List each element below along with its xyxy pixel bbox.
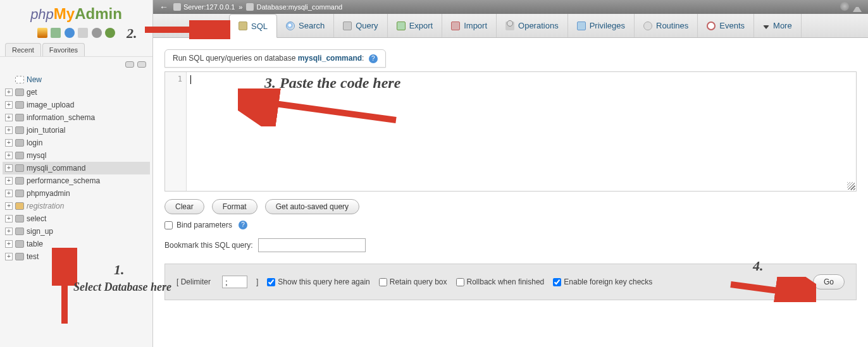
sql-content: Run SQL query/queries on database mysqli…	[153, 38, 868, 312]
format-button[interactable]: Format	[212, 199, 257, 214]
sidebar: phpMyAdmin Recent Favorites New +get +im…	[0, 0, 153, 347]
help-icon[interactable]: ?	[239, 221, 247, 229]
rollback-checkbox[interactable]	[456, 278, 464, 286]
tree-db-image_upload[interactable]: +image_upload	[3, 99, 150, 111]
database-icon	[15, 139, 24, 147]
link-icon[interactable]	[137, 61, 146, 68]
expand-icon[interactable]: +	[5, 253, 13, 260]
events-icon	[707, 21, 716, 30]
export-icon	[397, 21, 406, 30]
rollback-option[interactable]: Rollback when finished	[456, 277, 545, 286]
tree-db-login[interactable]: +login	[3, 137, 150, 149]
reload-icon[interactable]	[105, 28, 115, 38]
bind-parameters-checkbox[interactable]	[164, 221, 173, 229]
sql-editor[interactable]: 1	[164, 71, 857, 192]
tab-favorites[interactable]: Favorites	[42, 43, 85, 56]
navi-settings-icon[interactable]	[78, 28, 88, 38]
logo-my: My	[54, 5, 75, 22]
sql-header-db: mysqli_command	[298, 54, 362, 63]
editor-buttons: Clear Format Get auto-saved query	[164, 199, 857, 214]
breadcrumb-server-value[interactable]: 127.0.0.1	[206, 3, 235, 11]
expand-icon[interactable]: +	[5, 101, 13, 109]
tree-collapse-controls	[0, 57, 152, 73]
show-again-option[interactable]: Show this query here again	[267, 277, 369, 286]
retain-checkbox[interactable]	[379, 278, 387, 286]
show-again-checkbox[interactable]	[267, 278, 275, 286]
editor-textarea[interactable]	[187, 72, 856, 191]
tree-db-table[interactable]: +table	[3, 238, 150, 250]
tree-db-mysqli_command[interactable]: +mysqli_command	[3, 162, 150, 174]
collapse-top-icon[interactable]	[853, 3, 862, 12]
tree-db-registration[interactable]: +registration	[3, 200, 150, 212]
expand-icon[interactable]: +	[5, 228, 13, 235]
tree-db-test[interactable]: +test	[3, 250, 150, 263]
bookmark-row: Bookmark this SQL query:	[164, 238, 857, 252]
editor-gutter: 1	[165, 72, 187, 191]
database-icon	[15, 177, 24, 185]
expand-icon[interactable]: +	[5, 114, 13, 121]
autosaved-button[interactable]: Get auto-saved query	[265, 199, 359, 214]
breadcrumb-db-value[interactable]: mysqli_command	[288, 3, 343, 11]
tree-db-sign_up[interactable]: +sign_up	[3, 225, 150, 238]
tree-db-select[interactable]: +select	[3, 212, 150, 225]
tab-query[interactable]: Query	[334, 14, 387, 37]
breadcrumb-server-label: Server:	[183, 3, 206, 11]
query-icon	[343, 21, 352, 30]
delimiter-input[interactable]	[222, 276, 247, 288]
bookmark-input[interactable]	[258, 238, 366, 252]
sql-icon	[239, 21, 247, 30]
main-panel: ← Server: 127.0.0.1 » Database: mysqli_c…	[153, 0, 868, 347]
expand-icon[interactable]: +	[5, 139, 13, 147]
tab-operations[interactable]: Operations	[497, 14, 568, 37]
database-icon	[15, 202, 24, 210]
back-arrow-icon[interactable]: ←	[159, 2, 168, 12]
main-tabs: SQL Search Query Export Import Operation…	[153, 14, 868, 38]
tab-routines[interactable]: Routines	[635, 14, 698, 37]
home-icon[interactable]	[37, 28, 47, 38]
tab-import[interactable]: Import	[442, 14, 497, 37]
help-icon[interactable]: ?	[369, 54, 378, 63]
logout-icon[interactable]	[51, 28, 61, 38]
docs-icon[interactable]	[65, 28, 75, 38]
tab-recent[interactable]: Recent	[5, 43, 41, 56]
sql-panel-header: Run SQL query/queries on database mysqli…	[164, 49, 386, 68]
expand-icon[interactable]: +	[5, 215, 13, 222]
database-icon	[15, 152, 24, 159]
tree-db-performance_schema[interactable]: +performance_schema	[3, 174, 150, 187]
tree-db-mysql[interactable]: +mysql	[3, 149, 150, 162]
tree-new-database[interactable]: New	[3, 73, 150, 86]
expand-icon[interactable]: +	[5, 126, 13, 134]
expand-icon[interactable]: +	[5, 190, 13, 197]
database-icon	[15, 164, 24, 172]
tab-events[interactable]: Events	[698, 14, 754, 37]
database-icon	[15, 240, 24, 248]
fk-checks-checkbox[interactable]	[553, 278, 561, 286]
clear-button[interactable]: Clear	[164, 199, 204, 214]
retain-option[interactable]: Retain query box	[379, 277, 447, 286]
tab-sql[interactable]: SQL	[229, 14, 277, 38]
sql-header-suffix: :	[362, 54, 364, 63]
expand-icon[interactable]: +	[5, 88, 13, 96]
tab-privileges[interactable]: Privileges	[568, 14, 635, 37]
expand-icon[interactable]: +	[5, 152, 13, 159]
tab-more[interactable]: More	[754, 14, 802, 37]
collapse-icon[interactable]	[125, 61, 134, 68]
tab-search[interactable]: Search	[277, 14, 334, 37]
import-icon	[451, 21, 460, 30]
expand-icon[interactable]: +	[5, 240, 13, 248]
resize-handle[interactable]	[847, 182, 855, 190]
expand-icon[interactable]: +	[5, 177, 13, 185]
tree-db-phpmyadmin[interactable]: +phpmyadmin	[3, 187, 150, 200]
tab-export[interactable]: Export	[388, 14, 443, 37]
fk-checks-option[interactable]: Enable foreign key checks	[553, 277, 652, 286]
phpmyadmin-logo: phpMyAdmin	[0, 0, 152, 25]
expand-icon[interactable]: +	[5, 164, 13, 172]
expand-icon[interactable]: +	[5, 202, 13, 210]
page-settings-icon[interactable]	[840, 2, 849, 11]
go-button[interactable]: Go	[813, 274, 845, 289]
settings-icon[interactable]	[92, 28, 102, 38]
tree-db-get[interactable]: +get	[3, 86, 150, 99]
tree-db-join_tutorial[interactable]: +join_tutorial	[3, 124, 150, 137]
tree-db-information_schema[interactable]: +information_schema	[3, 111, 150, 124]
tree-new-label: New	[27, 75, 42, 84]
